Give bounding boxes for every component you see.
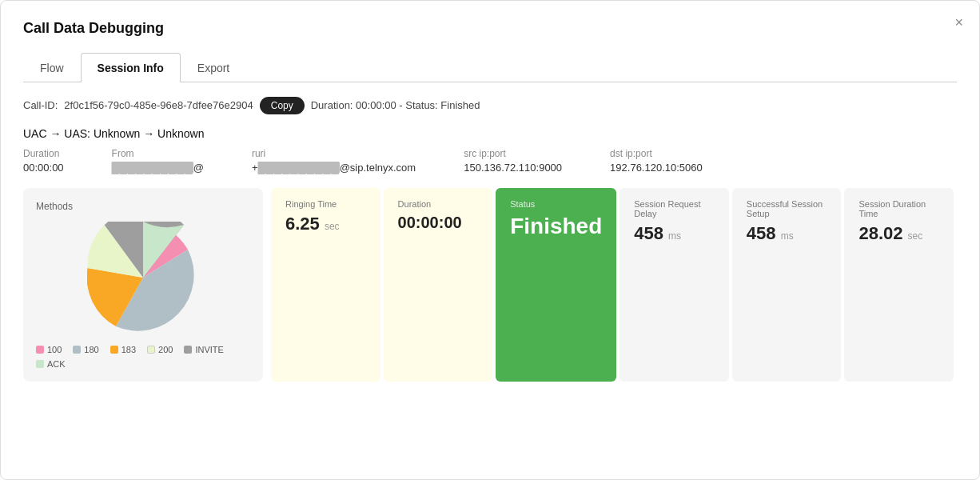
legend-dot-100 bbox=[36, 346, 44, 354]
tab-flow[interactable]: Flow bbox=[23, 53, 81, 82]
call-duration-status: Duration: 00:00:00 - Status: Finished bbox=[311, 99, 480, 111]
legend-dot-200 bbox=[147, 346, 155, 354]
call-id-row: Call-ID: 2f0c1f56-79c0-485e-96e8-7dfee76… bbox=[23, 97, 957, 114]
legend-dot-183 bbox=[110, 346, 118, 354]
tabs: Flow Session Info Export bbox=[23, 53, 957, 82]
metric-label-status: Status bbox=[510, 199, 602, 209]
metrics-section: Methods bbox=[23, 188, 957, 382]
legend-ack: ACK bbox=[36, 359, 66, 369]
metric-value-session-duration-time: 28.02 sec bbox=[858, 223, 939, 244]
metric-status: Status Finished bbox=[496, 188, 616, 382]
metric-value-duration: 00:00:00 bbox=[398, 214, 479, 232]
metric-duration: Duration 00:00:00 bbox=[384, 188, 493, 382]
metric-ringing-time: Ringing Time 6.25 sec bbox=[271, 188, 380, 382]
field-src-ip: src ip:port 150.136.72.110:9000 bbox=[464, 148, 562, 174]
metric-label-ringing: Ringing Time bbox=[285, 199, 366, 209]
metric-label-session-request-delay: Session Request Delay bbox=[634, 199, 715, 218]
field-value-ruri: +██████████@sip.telnyx.com bbox=[252, 162, 416, 174]
legend-200: 200 bbox=[147, 345, 173, 354]
legend-dot-180 bbox=[73, 346, 81, 354]
call-id-value: 2f0c1f56-79c0-485e-96e8-7dfee76e2904 bbox=[64, 99, 253, 111]
pie-svg bbox=[87, 222, 199, 334]
metric-label-session-duration-time: Session Duration Time bbox=[858, 199, 939, 218]
redacted-from: ██████████ bbox=[112, 162, 193, 174]
metric-unit-ringing: sec bbox=[325, 221, 340, 232]
modal-title: Call Data Debugging bbox=[23, 20, 957, 37]
uac-from: Unknown → Unknown bbox=[94, 127, 205, 140]
pie-card: Methods bbox=[23, 188, 263, 382]
field-value-dst-ip: 192.76.120.10:5060 bbox=[610, 162, 703, 174]
legend-label-200: 200 bbox=[158, 345, 173, 354]
legend-invite: INVITE bbox=[184, 345, 223, 354]
metric-unit-successful-session-setup: ms bbox=[781, 230, 794, 242]
pie-title: Methods bbox=[36, 201, 250, 212]
call-id-prefix: Call-ID: bbox=[23, 99, 58, 111]
field-value-from: ██████████@ bbox=[112, 162, 204, 174]
field-label-from: From bbox=[112, 148, 204, 159]
field-label-ruri: ruri bbox=[252, 148, 416, 159]
metric-value-ringing: 6.25 sec bbox=[285, 214, 366, 234]
legend-label-ack: ACK bbox=[47, 359, 66, 369]
copy-button[interactable]: Copy bbox=[260, 97, 305, 114]
pie-chart bbox=[36, 222, 250, 334]
field-value-duration: 00:00:00 bbox=[23, 162, 64, 174]
legend-100: 100 bbox=[36, 345, 62, 354]
field-ruri: ruri +██████████@sip.telnyx.com bbox=[252, 148, 416, 174]
metric-unit-session-request-delay: ms bbox=[668, 230, 681, 242]
legend-dot-ack bbox=[36, 360, 44, 368]
metric-value-successful-session-setup: 458 ms bbox=[747, 223, 827, 244]
modal: Call Data Debugging × Flow Session Info … bbox=[0, 0, 980, 480]
uac-label: UAC → UAS: bbox=[23, 127, 90, 140]
metric-successful-session-setup: Successful Session Setup 458 ms bbox=[732, 188, 842, 382]
uac-row: UAC → UAS: Unknown → Unknown bbox=[23, 127, 957, 140]
pie-legend: 100 180 183 200 INVITE bbox=[36, 345, 250, 369]
legend-183: 183 bbox=[110, 345, 136, 354]
field-value-src-ip: 150.136.72.110:9000 bbox=[464, 162, 562, 174]
metric-cards: Ringing Time 6.25 sec Duration 00:00:00 … bbox=[271, 188, 957, 382]
field-from: From ██████████@ bbox=[112, 148, 204, 174]
legend-label-invite: INVITE bbox=[195, 345, 223, 354]
field-duration: Duration 00:00:00 bbox=[23, 148, 64, 174]
field-label-duration: Duration bbox=[23, 148, 64, 159]
field-label-src-ip: src ip:port bbox=[464, 148, 562, 159]
metric-session-request-delay: Session Request Delay 458 ms bbox=[619, 188, 729, 382]
metric-value-status: Finished bbox=[510, 214, 602, 239]
metric-session-duration-time: Session Duration Time 28.02 sec bbox=[844, 188, 954, 382]
metric-label-duration: Duration bbox=[398, 199, 479, 209]
field-label-dst-ip: dst ip:port bbox=[610, 148, 703, 159]
legend-dot-invite bbox=[184, 346, 192, 354]
tab-session-info[interactable]: Session Info bbox=[81, 53, 181, 82]
redacted-ruri: ██████████ bbox=[258, 162, 340, 174]
legend-label-183: 183 bbox=[122, 345, 136, 354]
metric-value-session-request-delay: 458 ms bbox=[634, 223, 715, 244]
session-fields: Duration 00:00:00 From ██████████@ ruri … bbox=[23, 148, 957, 174]
metric-unit-session-duration-time: sec bbox=[908, 230, 923, 242]
close-button[interactable]: × bbox=[954, 15, 963, 30]
tab-export[interactable]: Export bbox=[181, 53, 246, 82]
field-dst-ip: dst ip:port 192.76.120.10:5060 bbox=[610, 148, 703, 174]
metric-label-successful-session-setup: Successful Session Setup bbox=[747, 199, 827, 218]
legend-180: 180 bbox=[73, 345, 98, 354]
legend-label-100: 100 bbox=[47, 345, 62, 354]
legend-label-180: 180 bbox=[84, 345, 98, 354]
